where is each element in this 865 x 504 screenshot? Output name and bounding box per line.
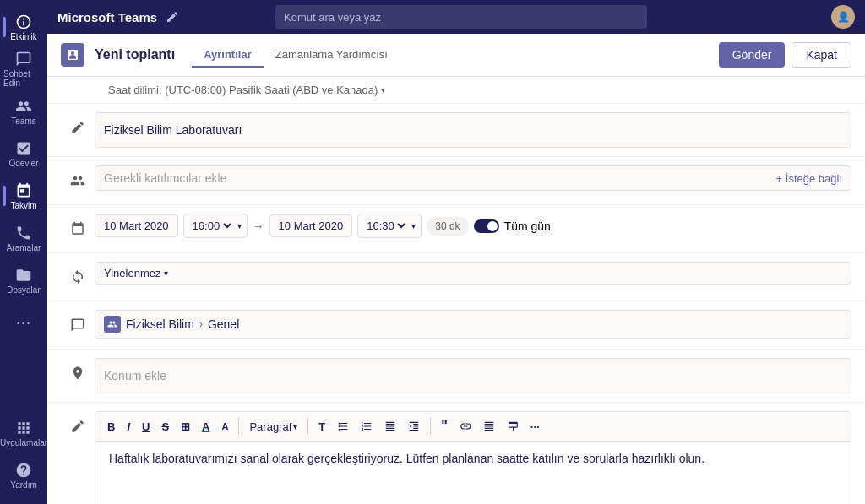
send-button[interactable]: Gönder [719, 42, 786, 68]
attendees-row: + İsteğe bağlı [47, 157, 865, 205]
end-time-option[interactable]: 16:30 [363, 219, 408, 233]
chevron-down-icon: ▾ [293, 422, 297, 431]
sidebar-item-apps[interactable]: Uygulamalar [3, 413, 44, 453]
content: Yeni toplantı Ayrıntılar Zamanlama Yardı… [47, 34, 865, 504]
link-button[interactable] [454, 417, 476, 436]
channel-row: Fiziksel Bilim › Genel [47, 301, 865, 350]
timezone-label: Saat dilimi: (UTC-08:00) Pasifik Saati (… [108, 84, 378, 96]
more-options-button[interactable]: ··· [525, 417, 545, 436]
font-size-button[interactable]: A [216, 418, 233, 435]
attendees-input-wrapper[interactable]: + İsteğe bağlı [95, 165, 851, 191]
timezone-bar[interactable]: Saat dilimi: (UTC-08:00) Pasifik Saati (… [47, 77, 865, 104]
recurrence-icon [61, 262, 95, 292]
tab-details[interactable]: Ayrıntılar [192, 43, 264, 68]
title-icon [61, 112, 95, 143]
toolbar-divider-2 [307, 418, 308, 435]
topbar: Microsoft Teams 👤 [47, 0, 865, 34]
channel-arrow-icon: › [199, 318, 203, 330]
toolbar-divider-3 [430, 418, 431, 435]
chevron-down-icon: ▾ [411, 221, 416, 230]
optional-link[interactable]: + İsteğe bağlı [776, 172, 842, 185]
toolbar-divider-1 [238, 418, 239, 435]
editor-section: B I U S ⊞ A A Paragraf ▾ T [95, 411, 851, 504]
channel-team-name: Fiziksel Bilim [126, 317, 194, 331]
meeting-icon [61, 43, 84, 67]
sidebar-item-chat[interactable]: Sohbet Edin [3, 49, 44, 89]
strikethrough-button[interactable]: S [156, 417, 174, 436]
sidebar-item-calls[interactable]: Aramalar [3, 218, 44, 258]
datetime-inputs: 10 Mart 2020 16:00 ▾ → 10 Mart 2020 16:3… [95, 214, 851, 238]
end-date-input[interactable]: 10 Mart 2020 [269, 214, 353, 237]
sidebar-item-teams[interactable]: Teams [3, 91, 44, 132]
editor-icon [61, 411, 95, 442]
search-bar[interactable] [275, 5, 647, 29]
start-time-option[interactable]: 16:00 [189, 219, 234, 233]
paragraph-dropdown[interactable]: Paragraf ▾ [244, 417, 302, 436]
tabs: Ayrıntılar Zamanlama Yardımcısı [192, 43, 400, 68]
channel-field: Fiziksel Bilim › Genel [95, 310, 851, 339]
channel-team-icon [104, 316, 121, 333]
app-title: Microsoft Teams [57, 10, 157, 24]
title-input[interactable] [104, 118, 842, 142]
form-container: Saat dilimi: (UTC-08:00) Pasifik Saati (… [47, 77, 865, 504]
search-input[interactable] [284, 11, 639, 24]
datetime-field: 10 Mart 2020 16:00 ▾ → 10 Mart 2020 16:3… [95, 214, 851, 238]
sidebar-item-calendar[interactable]: Takvim [3, 176, 44, 216]
end-time-select[interactable]: 16:30 ▾ [357, 214, 422, 238]
format-painter-button[interactable]: ⊞ [176, 417, 195, 436]
chevron-down-icon: ▾ [164, 268, 168, 278]
editor-toolbar: B I U S ⊞ A A Paragraf ▾ T [95, 412, 851, 442]
main-area: Microsoft Teams 👤 Yeni toplantı Ayrıntıl… [47, 0, 865, 504]
avatar[interactable]: 👤 [831, 5, 855, 29]
sidebar-tasks-label: Ödevler [8, 159, 38, 168]
recurrence-field: Yinelenmez ▾ [95, 262, 851, 285]
close-button[interactable]: Kapat [792, 42, 851, 68]
channel-name: Genel [208, 317, 239, 331]
indent-button[interactable] [379, 417, 401, 436]
sidebar-item-activity[interactable]: Etkinlik [3, 7, 44, 47]
italic-button[interactable]: I [122, 417, 135, 436]
location-input-wrapper[interactable] [95, 358, 851, 393]
underline-button[interactable]: U [137, 417, 155, 436]
numbering-button[interactable] [356, 417, 378, 436]
channel-input-wrapper[interactable]: Fiziksel Bilim › Genel [95, 310, 851, 339]
allday-toggle[interactable] [474, 219, 499, 233]
tab-scheduling[interactable]: Zamanlama Yardımcısı [264, 43, 400, 68]
sidebar-item-help[interactable]: Yardım [3, 455, 44, 496]
recurrence-row: Yinelenmez ▾ [47, 253, 865, 301]
recurrence-select[interactable]: Yinelenmez ▾ [95, 262, 851, 285]
topbar-right: 👤 [831, 5, 855, 29]
allday-label: Tüm gün [504, 219, 551, 233]
table-button[interactable] [502, 417, 524, 436]
bold-button[interactable]: B [102, 417, 120, 436]
location-icon [61, 358, 95, 388]
attendees-input[interactable] [104, 171, 776, 185]
outdent-button[interactable] [403, 417, 425, 436]
sidebar-item-tasks[interactable]: Ödevler [3, 133, 44, 174]
edit-icon [166, 10, 179, 24]
title-row [47, 104, 865, 157]
calendar-icon [61, 214, 95, 244]
start-date-input[interactable]: 10 Mart 2020 [95, 214, 178, 237]
quote-button[interactable]: " [436, 415, 453, 437]
sidebar-item-more[interactable]: ··· [3, 302, 44, 343]
location-input[interactable] [104, 364, 842, 387]
sidebar-activity-label: Etkinlik [10, 32, 37, 41]
align-button[interactable] [478, 417, 500, 436]
bullets-button[interactable] [332, 417, 354, 436]
location-field [95, 358, 851, 393]
editor-row: B I U S ⊞ A A Paragraf ▾ T [47, 403, 865, 504]
chevron-down-icon: ▾ [381, 85, 385, 95]
highlight-button[interactable]: T [313, 417, 330, 436]
sidebar-item-files[interactable]: Dosyalar [3, 260, 44, 301]
start-time-select[interactable]: 16:00 ▾ [183, 214, 248, 238]
sidebar-teams-label: Teams [11, 117, 35, 126]
recurrence-value: Yinelenmez [104, 267, 160, 279]
font-color-button[interactable]: A [197, 417, 215, 436]
editor-content: Haftalık laboratuvarımızı sanal olarak g… [109, 452, 705, 465]
title-input-wrapper[interactable] [95, 112, 851, 148]
sidebar-apps-label: Uygulamalar [0, 438, 47, 447]
editor-body[interactable]: Haftalık laboratuvarımızı sanal olarak g… [95, 442, 851, 504]
datetime-row: 10 Mart 2020 16:00 ▾ → 10 Mart 2020 16:3… [47, 205, 865, 253]
sidebar-files-label: Dosyalar [7, 285, 40, 295]
